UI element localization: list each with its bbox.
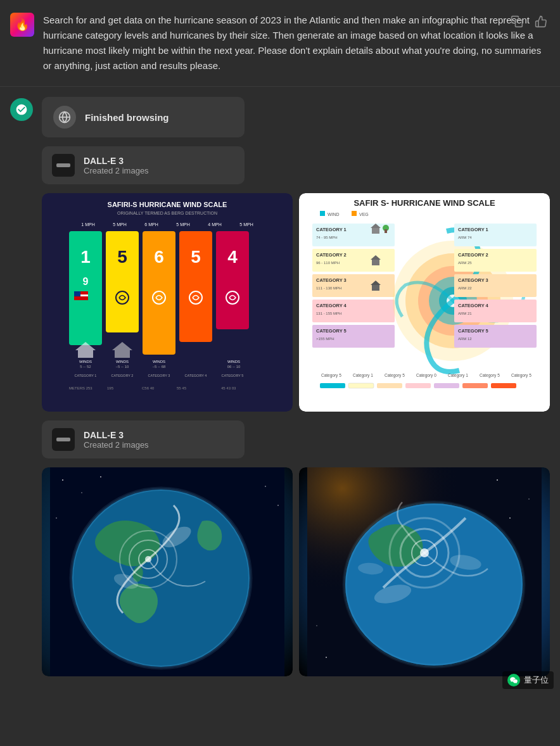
svg-point-121 [100,476,101,477]
svg-text:5: 5 [191,247,201,267]
svg-rect-114 [405,383,431,388]
svg-text:METERS 253: METERS 253 [69,386,92,390]
earth-image-2[interactable] [299,467,550,676]
dalle-card-1: DALL-E 3 Created 2 images [42,146,245,184]
svg-text:WINDS: WINDS [116,360,129,364]
svg-text:6 MPH: 6 MPH [144,222,158,227]
earth-images-row [42,467,550,676]
svg-point-139 [509,517,511,519]
svg-point-137 [497,479,498,481]
svg-text:9: 9 [83,276,89,287]
svg-text:CATEGORY 2: CATEGORY 2 [458,252,488,258]
svg-rect-64 [372,228,379,234]
svg-point-123 [277,505,279,506]
svg-text:4: 4 [227,247,238,267]
svg-rect-56 [320,211,325,216]
svg-text:VEG: VEG [359,212,369,217]
svg-text:CATEGORY 1: CATEGORY 1 [458,227,488,232]
svg-text:>155 MPH: >155 MPH [316,337,334,341]
svg-text:CATEGORY 4: CATEGORY 4 [458,303,489,308]
svg-text:55 45: 55 45 [177,386,187,390]
svg-text:5 -- 52: 5 -- 52 [80,365,91,369]
infographic-images-row: SAFIRI-S HURRICANE WIND SCALE ORIGINALLY… [42,193,550,412]
svg-point-140 [316,625,317,626]
svg-text:ARM 25: ARM 25 [458,261,472,265]
svg-rect-115 [434,383,459,388]
svg-rect-112 [348,383,374,388]
content-area: Finished browsing DALL-E 3 Created 2 ima… [0,87,560,695]
svg-text:CATEGORY 3: CATEGORY 3 [458,277,488,283]
wechat-icon [507,674,520,686]
svg-text:5 MPH: 5 MPH [176,222,189,227]
svg-text:74 - 95 MPH: 74 - 95 MPH [316,236,338,239]
earth-svg-2 [299,467,550,676]
svg-text:Category 5: Category 5 [511,373,531,378]
globe-icon [53,106,76,129]
svg-point-141 [326,657,327,658]
svg-text:45 43 03: 45 43 03 [221,386,236,390]
earth-svg-1 [42,467,293,676]
dalle-card-2: DALL-E 3 Created 2 images [42,420,245,458]
infographic-image-1[interactable]: SAFIRI-S HURRICANE WIND SCALE ORIGINALLY… [42,193,293,412]
svg-text:5: 5 [117,247,127,267]
svg-rect-111 [320,383,345,388]
prompt-area: 🔥 Search for and get data on the hurrica… [0,0,560,87]
svg-rect-117 [491,383,516,388]
svg-text:CATEGORY 1: CATEGORY 1 [75,374,97,377]
svg-rect-33 [78,350,93,358]
svg-text:CATEGORY 4: CATEGORY 4 [316,303,347,308]
svg-text:CATEGORY 5: CATEGORY 5 [458,328,488,334]
svg-text:Category 1: Category 1 [448,373,468,378]
infographic-svg-1: SAFIRI-S HURRICANE WIND SCALE ORIGINALLY… [42,193,293,412]
svg-text:WINDS: WINDS [79,360,92,364]
like-button[interactable] [532,13,550,34]
svg-point-119 [62,479,63,481]
dalle-title-1: DALL-E 3 [84,156,149,166]
svg-rect-27 [74,291,80,296]
svg-rect-71 [372,260,379,265]
svg-point-124 [56,517,56,518]
svg-text:CATEGORY 3: CATEGORY 3 [148,374,170,377]
dalle-title-2: DALL-E 3 [84,430,149,440]
svg-text:5 MPH: 5 MPH [113,222,126,227]
svg-text:CATEGORY 5: CATEGORY 5 [316,328,347,334]
svg-text:06 -- 10: 06 -- 10 [227,365,241,369]
svg-point-138 [528,498,530,500]
infographic-svg-2: SAFIR S- HURRICANE WIND SCALE WIND VEG [299,193,550,412]
wechat-watermark: 量子位 [502,671,554,689]
svg-text:C56 40: C56 40 [142,386,155,390]
svg-rect-116 [462,383,488,388]
svg-text:WINDS: WINDS [153,360,165,364]
svg-text:5 MPH: 5 MPH [239,222,253,227]
dalle-subtitle-1: Created 2 images [84,166,149,175]
svg-text:CATEGORY 2: CATEGORY 2 [316,252,347,258]
svg-text:CATEGORY 3: CATEGORY 3 [316,277,347,283]
svg-text:131 - 155 MPH: 131 - 155 MPH [316,312,341,315]
svg-text:WINDS: WINDS [227,360,240,364]
svg-text:CATEGORY 5: CATEGORY 5 [222,374,244,377]
svg-point-120 [81,492,82,493]
svg-rect-13 [106,231,139,332]
dalle-icon-1 [52,154,75,177]
svg-text:96 - 110 MPH: 96 - 110 MPH [316,261,340,265]
svg-rect-0 [516,20,523,27]
earth-image-1[interactable] [42,467,293,676]
user-avatar: 🔥 [10,13,34,37]
svg-text:1 MPH: 1 MPH [81,222,94,227]
dalle-info-1: DALL-E 3 Created 2 images [84,156,149,175]
svg-text:WIND: WIND [328,212,340,217]
svg-text:SAFIRI-S HURRICANE WIND SCALE: SAFIRI-S HURRICANE WIND SCALE [108,201,227,208]
svg-rect-76 [372,285,379,291]
svg-text:Category 5: Category 5 [385,373,405,378]
svg-text:CATEGORY 1: CATEGORY 1 [316,227,347,232]
svg-text:Category 5: Category 5 [480,373,500,378]
svg-text:4 MPH: 4 MPH [208,222,221,227]
svg-text:SAFIR S- HURRICANE WIND SCALE: SAFIR S- HURRICANE WIND SCALE [353,198,495,208]
prompt-text: Search for and get data on the hurricane… [43,13,550,73]
watermark-text: 量子位 [524,674,549,686]
copy-button[interactable] [508,13,526,34]
infographic-image-2[interactable]: SAFIR S- HURRICANE WIND SCALE WIND VEG [299,193,550,412]
svg-text:Category 1: Category 1 [353,373,373,378]
svg-text:ARM 21: ARM 21 [458,312,472,315]
svg-rect-26 [74,298,88,300]
